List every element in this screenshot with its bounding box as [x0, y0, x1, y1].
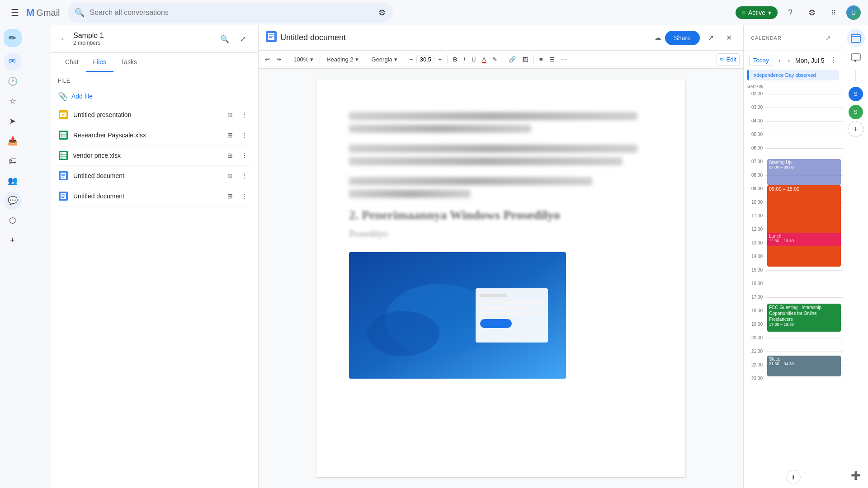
file-more-button[interactable]: ⋮	[238, 108, 251, 121]
list-item[interactable]: Untitled presentation ⊞ ⋮	[58, 105, 251, 125]
add-file-button[interactable]: 📎 Add file	[58, 88, 251, 105]
apps-button[interactable]: ⠿	[825, 4, 843, 22]
time-label: 15:00	[744, 267, 765, 272]
cal-today-button[interactable]: Today	[749, 55, 773, 66]
file-more-button[interactable]: ⋮	[238, 190, 251, 202]
app-rail-add-apps-button[interactable]: ➕	[847, 466, 865, 484]
time-label: 11:00	[744, 212, 765, 218]
avatar[interactable]: U	[846, 5, 861, 20]
time-row-02: 02:00	[744, 90, 843, 104]
cal-event-lunch[interactable]: Lunch 12:30 – 13:30	[767, 233, 841, 246]
rail-icon-mail[interactable]: ✉	[4, 52, 22, 70]
redo-button[interactable]: ↪	[274, 53, 284, 66]
file-move-button[interactable]: ⊞	[224, 190, 236, 202]
font-size-increase-button[interactable]: +	[435, 53, 444, 66]
share-button[interactable]: Share	[665, 31, 700, 45]
cal-next-button[interactable]: ›	[786, 55, 792, 66]
topbar-right: Active ▾ ? ⚙ ⠿ U	[736, 4, 861, 22]
file-move-button[interactable]: ⊞	[224, 108, 236, 121]
app-rail-avatar-s[interactable]: S	[849, 87, 863, 101]
file-more-button[interactable]: ⋮	[238, 149, 251, 162]
close-doc-button[interactable]: ✕	[722, 31, 736, 45]
rail-icon-chat[interactable]: 💬	[4, 192, 22, 210]
list-item[interactable]: Untitled document ⊞ ⋮	[58, 166, 251, 186]
svg-rect-41	[851, 54, 860, 60]
rail-icon-inbox[interactable]: 📥	[4, 132, 22, 150]
tab-chat[interactable]: Chat	[58, 53, 86, 72]
font-size-decrease-button[interactable]: −	[407, 53, 416, 66]
search-bar[interactable]: 🔍 ⚙	[67, 3, 393, 23]
italic-button[interactable]: I	[461, 53, 468, 66]
rail-icon-star[interactable]: ☆	[4, 92, 22, 110]
rail-icon-time[interactable]: 🕐	[4, 72, 22, 90]
list-item[interactable]: vendor price.xlsx ⊞ ⋮	[58, 145, 251, 166]
help-button[interactable]: ?	[781, 4, 799, 22]
zoom-dropdown[interactable]: 100% ▾	[290, 53, 317, 66]
link-button[interactable]: 🔗	[506, 53, 519, 66]
calendar-info-button[interactable]: ℹ	[786, 470, 801, 484]
heading-dropdown[interactable]: Heading 2 ▾	[323, 53, 362, 66]
time-label: 13:00	[744, 239, 765, 245]
list-item[interactable]: Researcher Payscale.xlsx ⊞ ⋮	[58, 125, 251, 145]
calendar-external-button[interactable]: ↗	[821, 31, 835, 45]
doc-canvas[interactable]: 2. Penerimaannya Windows Prosedilyo Pros…	[259, 69, 743, 488]
search-icon: 🔍	[75, 8, 85, 18]
cal-timeline[interactable]: 02:00 03:00 04:00 05:00 06:00	[744, 90, 843, 466]
edit-mode-button[interactable]: ✏ Edit	[717, 53, 740, 66]
app-rail-bottom: ➕	[847, 466, 865, 488]
chat-tabs: Chat Files Tasks	[51, 53, 258, 72]
list-item[interactable]: Untitled document ⊞ ⋮	[58, 186, 251, 206]
app-rail-avatar-s2[interactable]: S	[849, 105, 863, 119]
toolbar-divider	[404, 55, 404, 64]
list-button[interactable]: ☰	[547, 53, 557, 66]
image-button[interactable]: 🖼	[519, 53, 531, 66]
settings-button[interactable]: ⚙	[803, 4, 821, 22]
menu-icon[interactable]: ☰	[7, 4, 23, 22]
rail-icon-add[interactable]: +	[4, 231, 22, 249]
more-formats-button[interactable]: ⋯	[558, 53, 570, 66]
cal-prev-button[interactable]: ‹	[777, 55, 783, 66]
cal-more-button[interactable]: ⋮	[830, 56, 837, 65]
underline-button[interactable]: U	[469, 53, 478, 66]
cal-event-starting-up[interactable]: Starting Up 07:00 – 09:00	[767, 159, 841, 185]
file-more-button[interactable]: ⋮	[238, 129, 251, 141]
app-rail-add-button[interactable]: +	[848, 121, 864, 137]
file-name: Untitled document	[73, 192, 224, 200]
open-external-button[interactable]: ↗	[703, 31, 718, 45]
search-input[interactable]	[90, 9, 373, 17]
file-more-button[interactable]: ⋮	[238, 169, 251, 182]
time-line	[765, 284, 843, 284]
font-dropdown[interactable]: Georgia ▾	[368, 53, 401, 66]
file-move-button[interactable]: ⊞	[224, 149, 236, 162]
highlight-button[interactable]: ✎	[490, 53, 500, 66]
back-button[interactable]: ←	[58, 33, 70, 46]
text-color-button[interactable]: A	[479, 53, 489, 66]
cal-event-sleep[interactable]: Sleep 21:30 – 04:30	[767, 356, 841, 376]
rail-icon-people[interactable]: 👥	[4, 172, 22, 190]
file-move-button[interactable]: ⊞	[224, 129, 236, 141]
undo-button[interactable]: ↩	[262, 53, 273, 66]
chat-search-button[interactable]: 🔍	[217, 31, 233, 47]
app-rail-chat-icon[interactable]	[847, 49, 865, 67]
file-move-button[interactable]: ⊞	[224, 169, 236, 182]
font-chevron: ▾	[394, 56, 397, 63]
doc-text-line	[349, 145, 637, 153]
cal-event-fcc[interactable]: FCC Guesting - Internship Opportunities …	[767, 304, 841, 332]
rail-icon-tag[interactable]: 🏷	[4, 152, 22, 170]
app-rail-calendar-icon[interactable]	[847, 29, 865, 47]
rail-icon-send[interactable]: ➤	[4, 112, 22, 130]
status-badge[interactable]: Active ▾	[736, 6, 778, 19]
search-filter-icon[interactable]: ⚙	[378, 8, 386, 18]
align-button[interactable]: ≡	[537, 53, 546, 66]
svg-rect-24	[268, 33, 274, 40]
rail-icon-spaces[interactable]: ⬡	[4, 211, 22, 230]
compose-button[interactable]: ✏	[4, 29, 22, 47]
document-title-input[interactable]	[280, 33, 651, 42]
font-size-input[interactable]: 30.5	[416, 56, 434, 63]
tab-tasks[interactable]: Tasks	[113, 53, 144, 72]
bold-button[interactable]: B	[450, 53, 460, 66]
chat-expand-button[interactable]: ⤢	[235, 31, 251, 47]
svg-rect-34	[480, 306, 534, 309]
tab-files[interactable]: Files	[86, 53, 114, 72]
cal-event-main[interactable]: 09:00 – 15:00	[767, 185, 841, 267]
